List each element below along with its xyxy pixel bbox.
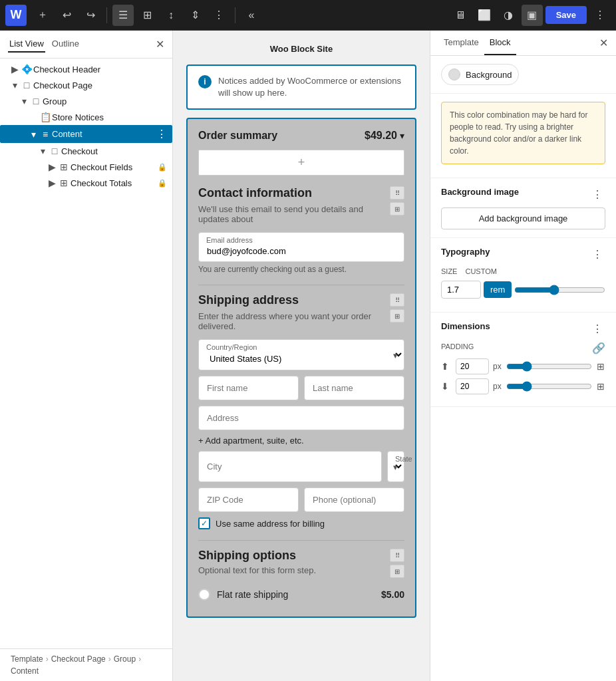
add-block-button[interactable]: ＋ [32,5,53,26]
same-address-checkbox[interactable]: ✓ [198,517,210,529]
list-view-toggle[interactable]: ☰ [112,5,134,26]
desktop-view-button[interactable]: 🖥 [450,5,471,26]
add-apartment-link[interactable]: + Add apartment, suite, etc. [198,436,404,446]
chevron-down-icon: ▾ [19,96,29,106]
typography-more-button[interactable]: ⋮ [589,246,605,262]
padding-bottom-input[interactable] [456,378,489,394]
background-color-picker[interactable]: Background [441,64,519,85]
size-input-row: rem [441,281,605,299]
zip-input[interactable] [198,487,299,512]
right-panel-tab-template[interactable]: Template [438,31,484,55]
sidebar-item-group[interactable]: ▾ □ Group [0,93,172,109]
notice-text: Notices added by WooCommerce or extensio… [218,75,404,99]
city-input[interactable] [198,451,382,482]
shipping-options-controls: ⠿ ⊞ [390,549,404,578]
bg-image-more-button[interactable]: ⋮ [589,186,605,202]
sidebar-item-content[interactable]: ▾ ≡ Content ⋮ [0,125,172,143]
zoom-button[interactable]: ⇕ [184,5,206,26]
typography-section: Typography ⋮ SIZE CUSTOM rem [430,238,616,313]
sidebar-item-checkout-totals[interactable]: ▶ ⊞ Checkout Totals 🔒 [0,175,172,191]
sidebar-item-checkout-page[interactable]: ▾ □ Checkout Page [0,77,172,93]
email-field-container: Email address [198,232,404,262]
checkout-content-block: Order summary $49.20 ▾ + Contact informa… [186,118,416,618]
size-number-input[interactable] [441,281,481,299]
padding-bottom-row: ⬇ px ⊞ [441,378,605,394]
shipping-options-drag[interactable]: ⠿ [390,549,404,562]
right-panel-tab-block[interactable]: Block [484,31,516,55]
guest-text: You are currently checking out as a gues… [198,265,404,274]
breadcrumb-checkout-page[interactable]: Checkout Page [51,654,106,664]
first-name-input[interactable] [198,376,299,400]
phone-input[interactable] [304,487,404,512]
section-drag-handle[interactable]: ⠿ [390,186,404,200]
padding-bottom-expand-button[interactable]: ⊞ [596,378,605,394]
right-panel-close-button[interactable]: ✕ [599,37,608,49]
kebab-menu-button[interactable]: ⋮ [589,5,611,26]
chevron-down-icon: ▾ [400,130,404,141]
save-button[interactable]: Save [545,6,587,24]
sidebar-tab-outline[interactable]: Outline [51,36,80,53]
shipping-drag-handle[interactable]: ⠿ [390,293,404,307]
undo-button[interactable]: ↩ [56,5,77,26]
breadcrumb-content[interactable]: Content [11,666,39,676]
order-summary-price: $49.20 [365,130,397,142]
breadcrumb-group[interactable]: Group [114,654,136,664]
section-settings-btn[interactable]: ⊞ [390,202,404,215]
diamond-icon: 💠 [21,64,32,74]
padding-top-input[interactable] [456,358,489,374]
state-float-label: State [395,455,412,463]
sidebar-toggle-button[interactable]: ▣ [522,5,543,26]
dimensions-header: Dimensions ⋮ [441,321,605,337]
sidebar-close-button[interactable]: ✕ [156,38,164,51]
size-unit-button[interactable]: rem [484,281,512,298]
sidebar-item-store-notices[interactable]: ▶ 📋 Store Notices [0,109,172,125]
sidebar-item-label: Checkout Header [33,65,100,74]
options-menu-button[interactable]: ⋮ [208,5,230,26]
shipping-options-settings[interactable]: ⊞ [390,565,404,578]
sidebar-tab-list-view[interactable]: List View [8,36,45,53]
sidebar-item-checkout-fields[interactable]: ▶ ⊞ Checkout Fields 🔒 [0,159,172,175]
toolbar: W ＋ ↩ ↪ ☰ ⊞ ↕ ⇕ ⋮ « 🖥 ⬜ ◑ ▣ Save ⋮ [0,0,616,31]
last-name-input[interactable] [304,376,404,400]
dark-mode-button[interactable]: ◑ [498,5,519,26]
sidebar-header: List View Outline ✕ [0,31,172,59]
padding-top-expand-button[interactable]: ⊞ [596,358,605,374]
dimensions-more-button[interactable]: ⋮ [589,321,605,337]
add-bg-image-button[interactable]: Add background image [441,207,605,229]
redo-button[interactable]: ↪ [80,5,101,26]
contact-info-subtitle: We'll use this email to send you details… [198,204,390,224]
address-input[interactable] [198,406,404,430]
collapse-sidebar-button[interactable]: « [241,5,262,26]
tablet-view-button[interactable]: ⬜ [474,5,495,26]
section-divider-1 [198,285,404,285]
sidebar-item-label: Checkout [61,146,98,156]
padding-top-slider[interactable] [506,361,592,372]
padding-link-button[interactable]: 🔗 [592,342,605,354]
toolbar-divider-2 [235,7,235,23]
sidebar-item-label: Group [43,96,67,106]
more-options-icon[interactable]: ⋮ [156,128,167,140]
dimensions-title: Dimensions [441,321,490,331]
sidebar-item-checkout-header[interactable]: ▶ 💠 Checkout Header [0,61,172,77]
shipping-section-controls: ⠿ ⊞ [390,293,404,323]
sidebar-item-label: Store Notices [52,112,104,122]
padding-bottom-slider[interactable] [506,381,592,392]
shipping-address-subtitle: Enter the address where you want your or… [198,311,390,331]
breadcrumb-template[interactable]: Template [11,654,43,664]
tree-view: ▶ 💠 Checkout Header ▾ □ Checkout Page ▾ … [0,59,172,648]
sidebar-item-checkout[interactable]: ▾ □ Checkout [0,143,172,159]
add-block-button[interactable]: + [198,150,404,176]
inserter-button[interactable]: ⊞ [136,5,158,26]
tools-button[interactable]: ↕ [160,5,182,26]
flat-rate-radio[interactable] [198,589,210,601]
size-slider[interactable] [514,285,605,295]
warning-section: This color combination may be hard for p… [430,94,616,178]
typography-title: Typography [441,247,490,257]
sidebar-item-label: Checkout Page [33,80,92,90]
shipping-settings-btn[interactable]: ⊞ [390,309,404,323]
shipping-options-section: Shipping options Optional text for this … [198,549,404,606]
order-summary-title: Order summary [198,130,277,142]
dimensions-section: Dimensions ⋮ PADDING 🔗 ⬆ px ⊞ ⬇ px [430,313,616,407]
country-float-label: Country/Region [206,343,257,351]
bg-color-circle [448,68,460,80]
